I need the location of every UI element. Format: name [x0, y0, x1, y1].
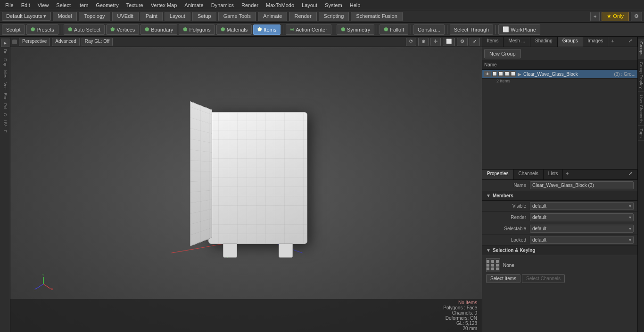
falloff-btn[interactable]: ⬟ Falloff — [380, 24, 408, 35]
tab-render[interactable]: Render — [289, 12, 316, 21]
viewport-icon-rotate[interactable]: ⟳ — [406, 38, 416, 46]
panel-tab-shading[interactable]: Shading — [530, 37, 558, 47]
members-section-header[interactable]: ▼ Members — [482, 191, 637, 201]
symmetry-btn[interactable]: ⬟ Symmetry — [337, 24, 375, 35]
dot-6 — [496, 264, 499, 267]
selection-keying-section-header[interactable]: ▼ Selection & Keying — [482, 246, 637, 255]
sculpt-btn[interactable]: Sculpt — [2, 24, 25, 35]
groups-area: New Group Name 👁 ⬜ ⬜ ⬜ ⬜ ▶ Clear_Wave_Gl… — [482, 47, 637, 170]
menu-edit[interactable]: Edit — [18, 1, 33, 9]
tab-model[interactable]: Model — [53, 12, 77, 21]
status-size: 20 mm — [15, 326, 477, 331]
presets-btn[interactable]: ⬟ Presets — [26, 24, 58, 35]
auto-select-btn[interactable]: ⬟ Auto Select — [64, 24, 105, 35]
viewport-icon-zoom[interactable]: ⊕ — [418, 38, 429, 46]
menu-maxtomodo[interactable]: MaxToModo — [263, 1, 297, 9]
menu-view[interactable]: View — [34, 1, 52, 9]
rs-tab-tags[interactable]: Tags — [638, 126, 644, 141]
tab-schematic-fusion[interactable]: Schematic Fusion — [351, 12, 402, 21]
prop-select-render[interactable]: default ▾ — [530, 213, 634, 221]
g-icon-3[interactable]: ⬜ — [504, 71, 510, 77]
group-row-main[interactable]: 👁 ⬜ ⬜ ⬜ ⬜ ▶ Clear_Wave_Glass_Block (3) :… — [482, 70, 637, 79]
prop-select-selectable[interactable]: default ▾ — [530, 225, 634, 233]
menu-vertex-map[interactable]: Vertex Map — [148, 1, 181, 9]
g-icon-2[interactable]: ⬜ — [498, 71, 504, 77]
viewport-menu-icon[interactable] — [12, 40, 17, 44]
tab-topology[interactable]: Topology — [79, 12, 110, 21]
viewport-raygl-btn[interactable]: Ray GL: Off — [82, 38, 113, 46]
menu-render[interactable]: Render — [238, 1, 262, 9]
viewport-advanced-btn[interactable]: Advanced — [52, 38, 79, 46]
keying-none-label: None — [503, 263, 514, 268]
viewport-icon-fit[interactable]: ⬜ — [443, 38, 455, 46]
tab-paint[interactable]: Paint — [140, 12, 163, 21]
panel-tab-mesh[interactable]: Mesh ... — [504, 37, 530, 47]
panel-tab-groups[interactable]: Groups — [558, 37, 583, 47]
layouts-dropdown[interactable]: Default Layouts ▾ — [2, 12, 51, 21]
menu-select[interactable]: Select — [53, 1, 74, 9]
status-channels: Channels: 0 — [15, 310, 477, 316]
g-icon-1[interactable]: ⬜ — [492, 71, 497, 77]
tab-layout[interactable]: Layout — [165, 12, 190, 21]
panel-tab-add[interactable]: + — [608, 37, 617, 47]
star-only-btn[interactable]: ★ Only — [602, 12, 629, 21]
tab-scripting[interactable]: Scripting — [319, 12, 349, 21]
menu-system[interactable]: System — [322, 1, 346, 9]
tab-uvedit[interactable]: UVEdit — [112, 12, 139, 21]
constraints-btn[interactable]: Constra... — [413, 24, 445, 35]
props-tab-lists[interactable]: Lists — [544, 170, 563, 179]
items-btn[interactable]: ⬟ Items — [253, 24, 281, 35]
materials-btn[interactable]: ⬟ Materials — [216, 24, 252, 35]
menu-texture[interactable]: Texture — [123, 1, 147, 9]
workplane-btn[interactable]: ⬜ WorkPlane — [498, 24, 540, 35]
menu-help[interactable]: Help — [347, 1, 364, 9]
svg-line-0 — [43, 284, 50, 289]
menu-dynamics[interactable]: Dynamics — [208, 1, 237, 9]
status-polygons: Polygons : Face — [15, 305, 477, 310]
group-eye-icon[interactable]: 👁 — [484, 71, 491, 77]
left-sidebar-label-f: F: — [2, 129, 8, 135]
rs-tab-user-channels[interactable]: User Channels — [638, 92, 644, 126]
select-channels-btn[interactable]: Select Channels — [522, 274, 565, 283]
viewport-icon-settings[interactable]: ⚙ — [457, 38, 468, 46]
left-sidebar-icon-1[interactable]: ▶ — [1, 39, 9, 47]
g-icon-4[interactable]: ⬜ — [510, 71, 516, 77]
new-group-btn[interactable]: New Group — [484, 49, 521, 58]
rs-tab-group-display[interactable]: Group Display — [638, 59, 644, 92]
tab-animate[interactable]: Animate — [258, 12, 287, 21]
props-expand-btn[interactable]: ⤢ — [624, 170, 637, 179]
tab-game-tools[interactable]: Game Tools — [218, 12, 256, 21]
dot-5 — [491, 264, 494, 267]
panel-expand-btn[interactable]: ⤢ — [624, 37, 637, 47]
viewport-canvas[interactable]: X Z Y No Items Polygons : Face Channels:… — [10, 47, 482, 332]
menu-layout[interactable]: Layout — [298, 1, 321, 9]
props-tab-channels[interactable]: Channels — [514, 170, 544, 179]
prop-select-visible[interactable]: default ▾ — [530, 202, 634, 210]
prop-label-selectable: Selectable — [486, 226, 526, 231]
menu-animate[interactable]: Animate — [181, 1, 206, 9]
polygons-btn[interactable]: ⬟ Polygons — [179, 24, 215, 35]
menu-geometry[interactable]: Geometry — [92, 1, 122, 9]
panel-tab-items[interactable]: Items — [482, 37, 504, 47]
menu-item[interactable]: Item — [75, 1, 91, 9]
props-tab-add[interactable]: + — [563, 170, 571, 179]
select-items-btn[interactable]: Select Items — [486, 274, 520, 283]
action-center-btn[interactable]: ⊕ Action Center — [286, 24, 331, 35]
prop-select-locked[interactable]: default ▾ — [530, 236, 634, 244]
keying-dots-icon — [486, 258, 500, 272]
viewport-expand-btn[interactable]: ⤢ — [470, 38, 480, 46]
rs-tab-groups[interactable]: Groups — [638, 39, 644, 59]
panel-tab-images[interactable]: Images — [583, 37, 609, 47]
viewport-perspective-btn[interactable]: Perspective — [19, 38, 50, 46]
settings-btn[interactable]: ⚙ — [631, 12, 642, 21]
tab-setup[interactable]: Setup — [192, 12, 216, 21]
viewport[interactable]: Perspective Advanced Ray GL: Off ⟳ ⊕ ✛ ⬜… — [10, 37, 482, 332]
boundary-btn[interactable]: ⬟ Boundary — [140, 24, 177, 35]
menu-file[interactable]: File — [2, 1, 17, 9]
prop-input-name[interactable] — [530, 181, 634, 189]
add-layout-btn[interactable]: + — [590, 12, 600, 21]
props-tab-properties[interactable]: Properties — [482, 170, 514, 179]
select-through-btn[interactable]: Select Through — [450, 24, 493, 35]
vertices-btn[interactable]: ⬟ Vertices — [106, 24, 139, 35]
viewport-icon-pan[interactable]: ✛ — [430, 38, 441, 46]
